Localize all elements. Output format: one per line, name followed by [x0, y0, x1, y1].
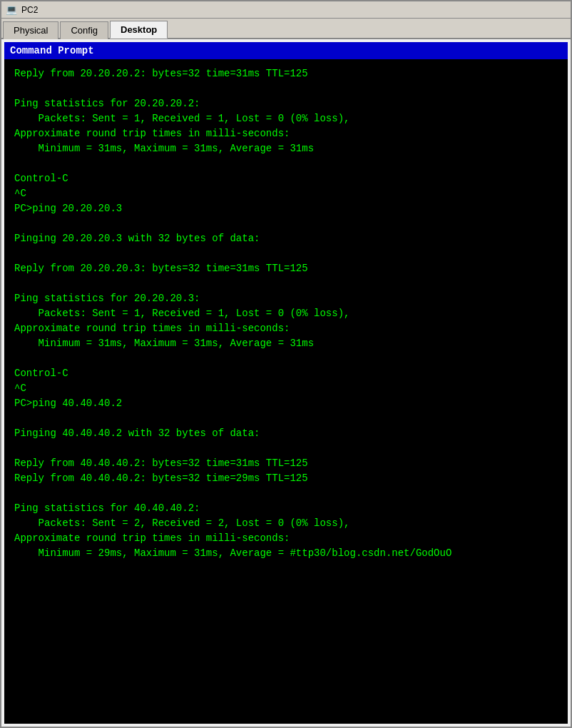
- tab-config[interactable]: Config: [60, 21, 108, 39]
- terminal-window[interactable]: Command Prompt Reply from 20.20.20.2: by…: [4, 42, 568, 724]
- window-icon: 💻: [6, 4, 17, 16]
- window-title: PC2: [21, 5, 38, 15]
- content-area: Command Prompt Reply from 20.20.20.2: by…: [1, 39, 571, 727]
- tab-bar: Physical Config Desktop: [1, 19, 571, 39]
- title-bar: 💻 PC2: [1, 1, 571, 19]
- terminal-title: Command Prompt: [4, 42, 568, 59]
- terminal-body[interactable]: Reply from 20.20.20.2: bytes=32 time=31m…: [4, 59, 568, 724]
- main-window: 💻 PC2 Physical Config Desktop Command Pr…: [0, 0, 572, 728]
- tab-physical[interactable]: Physical: [3, 21, 58, 39]
- tab-desktop[interactable]: Desktop: [110, 21, 168, 39]
